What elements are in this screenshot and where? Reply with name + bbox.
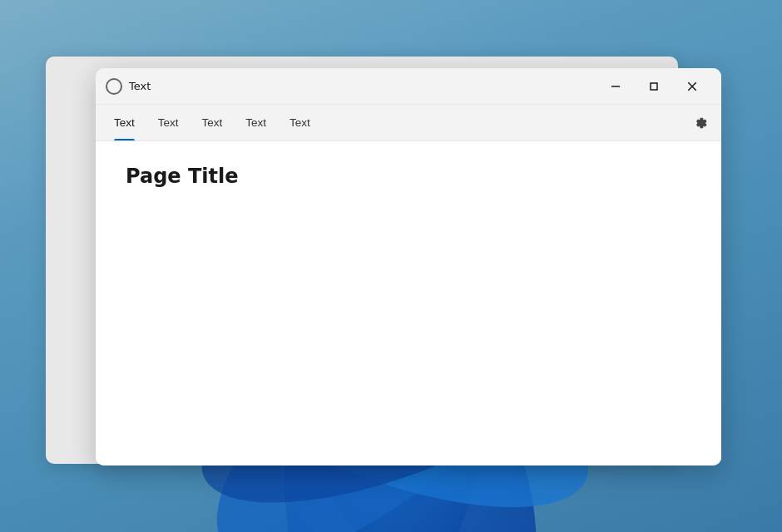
tab-text-1[interactable]: Text <box>102 105 146 140</box>
tab-text-2[interactable]: Text <box>146 105 191 140</box>
window-title: Text <box>129 80 596 92</box>
main-window: Text Text Text Te <box>96 68 721 466</box>
nav-tabs: Text Text Text Text Text <box>102 105 685 140</box>
gear-icon <box>692 116 707 131</box>
tab-text-3[interactable]: Text <box>191 105 235 140</box>
minimize-button[interactable] <box>596 73 635 100</box>
maximize-button[interactable] <box>635 73 673 100</box>
svg-rect-6 <box>651 83 657 90</box>
settings-button[interactable] <box>685 108 715 138</box>
window-controls <box>596 73 711 100</box>
minimize-icon <box>611 82 620 91</box>
title-bar: Text <box>96 68 721 105</box>
close-icon <box>688 82 696 91</box>
close-button[interactable] <box>673 73 711 100</box>
tab-text-4[interactable]: Text <box>234 105 278 140</box>
app-logo-icon <box>106 78 122 95</box>
nav-bar: Text Text Text Text Text <box>96 105 721 141</box>
maximize-icon <box>650 82 658 91</box>
content-area: Page Title <box>96 141 721 466</box>
page-title: Page Title <box>126 165 691 188</box>
tab-text-5[interactable]: Text <box>278 105 322 140</box>
